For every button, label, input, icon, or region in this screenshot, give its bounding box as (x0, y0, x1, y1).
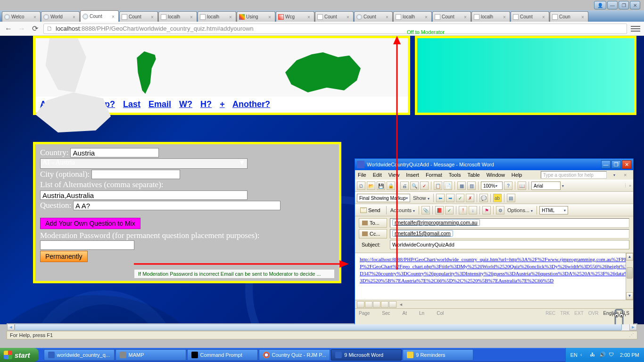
taskbar-item-5[interactable]: 9 Reminders (403, 349, 473, 361)
permanently-button[interactable]: Permanently (40, 251, 88, 262)
taskbar-item-2[interactable]: Command Prompt (187, 349, 258, 361)
web-view-icon[interactable] (365, 301, 372, 308)
prev-change-icon[interactable]: ⬅ (436, 194, 445, 202)
scroll-up-icon[interactable]: ▲ (626, 253, 633, 261)
country-select[interactable]: AT - Austria▼ (40, 158, 248, 169)
menu-help[interactable]: Help (512, 172, 522, 178)
hscroll-left-icon[interactable]: ◄ (7, 324, 15, 330)
tray-network-icon[interactable]: 🖧 (590, 352, 596, 358)
markup-select[interactable]: Final Showing Markup ▾ (357, 194, 410, 202)
copy-icon[interactable]: 📋 (434, 181, 442, 190)
add-question-button[interactable]: Add Your Own Question to Mix (40, 218, 140, 229)
comment-icon[interactable]: 💬 (479, 194, 488, 202)
cc-button[interactable]: Cc... (359, 229, 387, 239)
tray-clock[interactable]: 2:00 PM (620, 352, 639, 358)
reading-view-icon[interactable] (389, 301, 396, 308)
columns-icon[interactable]: ▥ (467, 181, 476, 190)
browser-tab-11[interactable]: Count× (432, 11, 471, 22)
page-hscrollbar[interactable]: ◄ ► (7, 323, 637, 331)
link-another[interactable]: Another? (232, 99, 270, 109)
flag-icon[interactable]: ⚑ (482, 206, 491, 214)
body-vscrollbar[interactable]: ▲ ▼ (626, 253, 633, 300)
importance-low-icon[interactable]: ↓ (469, 206, 477, 214)
options-icon[interactable]: ⚙ (496, 206, 504, 214)
back-button[interactable]: ← (4, 24, 13, 33)
help-dropdown-icon[interactable]: ▾ (613, 173, 615, 177)
menu-bar-close[interactable]: × (624, 172, 630, 178)
clippy-assistant[interactable] (608, 309, 630, 324)
reject-icon[interactable]: ✗ (466, 194, 474, 202)
alternatives-input[interactable] (40, 190, 248, 200)
country-input[interactable] (70, 148, 159, 157)
next-change-icon[interactable]: ➡ (446, 194, 454, 202)
menu-tools[interactable]: Tools (449, 172, 461, 178)
browser-tab-6[interactable]: Using× (237, 11, 275, 22)
hscroll-thumb[interactable] (15, 324, 622, 330)
browser-tab-5[interactable]: localh× (198, 11, 236, 22)
tab-close-icon[interactable]: × (151, 15, 156, 19)
link-plus[interactable]: + (220, 99, 225, 109)
resize-grip-icon[interactable]: ⋰ (629, 332, 634, 338)
city-input[interactable] (91, 170, 180, 179)
tab-close-icon[interactable]: × (307, 15, 312, 19)
outline-view-icon[interactable] (381, 301, 388, 308)
tab-close-icon[interactable]: × (464, 15, 469, 19)
to-button[interactable]: To... (359, 218, 387, 228)
menu-table[interactable]: Table (467, 172, 479, 178)
spellcheck-icon[interactable]: ✓ (420, 181, 429, 190)
word-maximize-button[interactable]: ❐ (611, 160, 621, 169)
help-search-input[interactable]: Type a question for help (541, 171, 607, 179)
tray-language[interactable]: EN (570, 352, 578, 358)
link-w[interactable]: W? (179, 99, 192, 109)
address-book-icon[interactable]: 📕 (435, 206, 444, 214)
attach-icon[interactable]: 📎 (421, 206, 430, 214)
browser-tab-13[interactable]: Count× (511, 11, 549, 22)
table-icon[interactable]: ▦ (457, 181, 466, 190)
tab-close-icon[interactable]: × (386, 15, 390, 19)
link-last[interactable]: Last (123, 99, 140, 109)
browser-tab-4[interactable]: localh× (158, 11, 197, 22)
url-input[interactable]: 🗋 localhost:8888/PHP/GeoChart/worldwide_… (43, 24, 627, 34)
word-close-button[interactable]: ✕ (622, 160, 631, 169)
tray-shield-icon[interactable]: 🛡 (609, 352, 615, 358)
taskbar-item-3[interactable]: Country Quiz - RJM P... (259, 349, 330, 361)
print-icon[interactable]: 🖨 (400, 181, 409, 190)
permission-icon[interactable]: 🔒 (387, 181, 395, 190)
tab-close-icon[interactable]: × (112, 14, 116, 19)
tab-close-icon[interactable]: × (33, 15, 38, 19)
word-minimize-button[interactable]: — (601, 160, 611, 169)
tab-close-icon[interactable]: × (268, 15, 273, 19)
tab-close-icon[interactable]: × (581, 15, 586, 19)
menu-insert[interactable]: Insert (406, 172, 419, 178)
show-dropdown[interactable]: Show ▾ (412, 195, 431, 201)
mail-format-select[interactable]: HTML ▾ (539, 206, 568, 214)
browser-tab-2[interactable]: Count× (80, 10, 119, 22)
normal-view-icon[interactable] (357, 301, 364, 308)
hscroll-right-icon[interactable]: ► (629, 324, 637, 330)
taskbar-item-4[interactable]: 9 Microsoft Word (331, 349, 402, 361)
tab-close-icon[interactable]: × (347, 15, 351, 19)
link-email[interactable]: Email (149, 99, 171, 109)
options-dropdown[interactable]: Options... ▾ (506, 207, 534, 213)
browser-tab-14[interactable]: Coun× (550, 11, 588, 22)
user-button[interactable]: 👤 (594, 1, 606, 9)
reload-button[interactable]: ⟳ (30, 24, 40, 33)
new-doc-icon[interactable]: 🗋 (357, 181, 365, 190)
question-input[interactable] (73, 201, 281, 210)
paste-icon[interactable]: 📄 (444, 181, 452, 190)
minimize-button[interactable]: — (607, 1, 618, 9)
tab-close-icon[interactable]: × (425, 15, 429, 19)
font-dropdown-icon[interactable]: ▾ (562, 184, 564, 188)
chrome-menu-button[interactable] (631, 24, 640, 33)
cc-field[interactable]: rmetcalfe15@gmail.com (390, 229, 629, 239)
maximize-button[interactable]: ❐ (619, 1, 629, 9)
font-select[interactable]: Arial (531, 181, 561, 190)
tab-close-icon[interactable]: × (542, 15, 547, 19)
scroll-down-icon[interactable]: ▼ (626, 292, 633, 300)
browser-tab-12[interactable]: localh× (471, 11, 510, 22)
word-document-body[interactable]: http://localhost:8888/PHP/GeoChart/world… (355, 253, 633, 300)
tab-close-icon[interactable]: × (190, 15, 195, 19)
scroll-thumb[interactable] (627, 267, 633, 279)
read-icon[interactable]: 📖 (518, 181, 526, 190)
tab-close-icon[interactable]: × (503, 15, 508, 19)
